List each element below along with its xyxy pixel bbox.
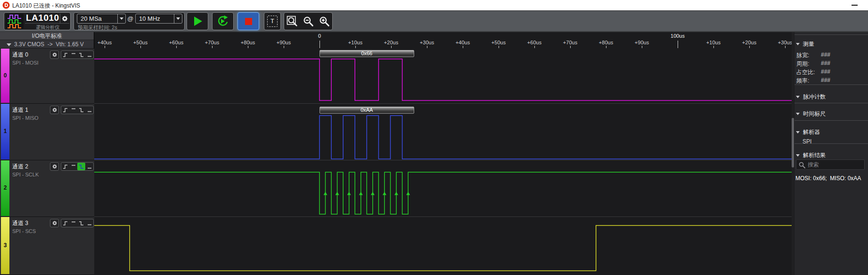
- band-separator: [94, 103, 792, 104]
- chevron-down-icon: [796, 96, 800, 98]
- channel-color-strip: 1: [1, 104, 9, 159]
- measure-label: 频率:: [796, 77, 809, 85]
- analysis-panel: 测量 脉宽:###周期:###占空比:###频率:### 脉冲计数 时间标尺 解…: [794, 32, 868, 275]
- measure-value: ###: [821, 60, 830, 67]
- measure-row: 频率:###: [796, 77, 862, 84]
- measure-value: ###: [821, 68, 830, 75]
- measure-value: ###: [821, 51, 830, 58]
- channel-settings-button[interactable]: [50, 219, 59, 227]
- trigger-falling-edge-button[interactable]: [77, 219, 85, 227]
- section-decode-results[interactable]: 解析结果: [796, 151, 826, 158]
- trigger-high-level-button[interactable]: [69, 163, 77, 170]
- rising-edge-marker: [336, 192, 339, 195]
- rising-edge-marker: [371, 192, 375, 195]
- channel-index: 2: [1, 184, 9, 191]
- trigger-high-level-button[interactable]: [69, 106, 77, 114]
- channel-settings-button[interactable]: [50, 106, 59, 114]
- low-level-icon: [87, 164, 92, 169]
- low-level-icon: [87, 221, 92, 226]
- channel-color-strip: 0: [1, 49, 9, 103]
- scrollbar-thumb[interactable]: [792, 118, 794, 167]
- rising-edge-icon: [63, 164, 68, 169]
- trigger-falling-edge-button[interactable]: [77, 106, 85, 114]
- channel-index: 1: [1, 128, 9, 134]
- gear-icon: [52, 220, 57, 226]
- trigger-high-level-button[interactable]: [69, 51, 77, 58]
- trigger-low-level-button[interactable]: [85, 163, 93, 170]
- gear-icon: [52, 164, 57, 169]
- decode-result-row[interactable]: MOSI: 0x66; MISO: 0xAA: [795, 175, 861, 182]
- channel-color-strip: 3: [1, 217, 9, 274]
- measure-row: 脉宽:###: [796, 51, 862, 58]
- measure-label: 周期:: [796, 60, 809, 68]
- waveform-canvas[interactable]: [0, 0, 868, 275]
- channel-color-strip: 2: [1, 160, 9, 216]
- rising-edge-marker: [359, 192, 363, 195]
- measure-row: 周期:###: [796, 60, 862, 67]
- trigger-low-level-button[interactable]: [85, 106, 93, 114]
- decode-annotation: 0xAA: [319, 107, 414, 114]
- io-level-row[interactable]: 3.3V CMOS -> Vth: 1.65 V: [0, 40, 94, 49]
- channel-role: SPI - MISO: [12, 115, 39, 121]
- rising-edge-marker: [347, 192, 351, 195]
- trigger-falling-edge-button[interactable]: [77, 163, 85, 170]
- channel-row: 2 通道 2 SPI - SCLK: [0, 160, 94, 217]
- io-standard-header: I/O电平标准: [0, 32, 94, 40]
- trigger-low-level-button[interactable]: [85, 51, 93, 58]
- trigger-rising-edge-button[interactable]: [61, 51, 69, 58]
- rising-edge-marker: [394, 192, 398, 195]
- chevron-down-icon: [796, 131, 800, 133]
- channel-index: 3: [1, 242, 9, 249]
- channel-name: 通道 1: [12, 106, 28, 114]
- trigger-falling-edge-button[interactable]: [77, 51, 85, 58]
- channel-settings-button[interactable]: [50, 162, 59, 171]
- falling-edge-icon: [79, 221, 84, 226]
- gear-icon: [52, 52, 57, 58]
- channel-role: SPI - SCLK: [12, 172, 39, 177]
- band-separator: [94, 160, 792, 161]
- channel-sidebar: I/O电平标准 3.3V CMOS -> Vth: 1.65 V 0 通道 0 …: [0, 32, 94, 275]
- io-level-value: 3.3V CMOS -> Vth: 1.65 V: [14, 41, 84, 48]
- section-pulse-count[interactable]: 脉冲计数: [796, 93, 826, 100]
- trigger-rising-edge-button[interactable]: [61, 163, 69, 170]
- band-separator: [94, 217, 792, 217]
- high-level-icon: [71, 52, 76, 58]
- trigger-high-level-button[interactable]: [69, 219, 77, 227]
- section-time-ruler[interactable]: 时间标尺: [796, 110, 826, 117]
- channel-trigger-group: [61, 50, 94, 59]
- waveform-channel-1: [94, 116, 792, 159]
- section-decoder[interactable]: 解析器: [796, 128, 820, 135]
- high-level-icon: [71, 221, 76, 226]
- rising-edge-icon: [63, 221, 68, 226]
- channel-trigger-group: [61, 162, 94, 171]
- measure-label: 占空比:: [796, 68, 815, 76]
- panel-scrollbar[interactable]: [792, 32, 794, 275]
- chevron-down-icon: [7, 43, 11, 46]
- channel-name: 通道 0: [12, 51, 28, 59]
- trigger-rising-edge-button[interactable]: [61, 219, 69, 227]
- rising-edge-icon: [63, 52, 68, 58]
- rising-edge-marker: [324, 192, 328, 195]
- kingstvis-window: LA1010 已连接 - KingstVIS LA1010 逻辑分析仪: [0, 0, 868, 275]
- channel-trigger-group: [61, 106, 94, 114]
- rising-edge-marker: [383, 192, 386, 195]
- channel-row: 0 通道 0 SPI - MOSI: [0, 49, 94, 104]
- channel-role: SPI - SCS: [12, 228, 36, 234]
- trigger-low-level-button[interactable]: [85, 219, 93, 227]
- decode-annotation: 0x66: [319, 50, 414, 57]
- trigger-rising-edge-button[interactable]: [61, 106, 69, 114]
- channel-settings-button[interactable]: [50, 50, 59, 59]
- measure-row: 占空比:###: [796, 68, 862, 75]
- waveform-channel-0: [94, 59, 792, 100]
- rising-edge-icon: [63, 108, 68, 113]
- section-measure[interactable]: 测量: [796, 40, 814, 47]
- high-level-icon: [71, 108, 76, 113]
- waveform-channel-3: [94, 225, 792, 271]
- rising-edge-marker: [406, 192, 410, 195]
- measure-label: 脉宽:: [796, 51, 809, 59]
- measure-value: ###: [821, 77, 830, 83]
- gear-icon: [52, 107, 57, 113]
- search-icon: [799, 162, 805, 168]
- falling-edge-icon: [79, 108, 84, 113]
- search-input[interactable]: [808, 160, 863, 169]
